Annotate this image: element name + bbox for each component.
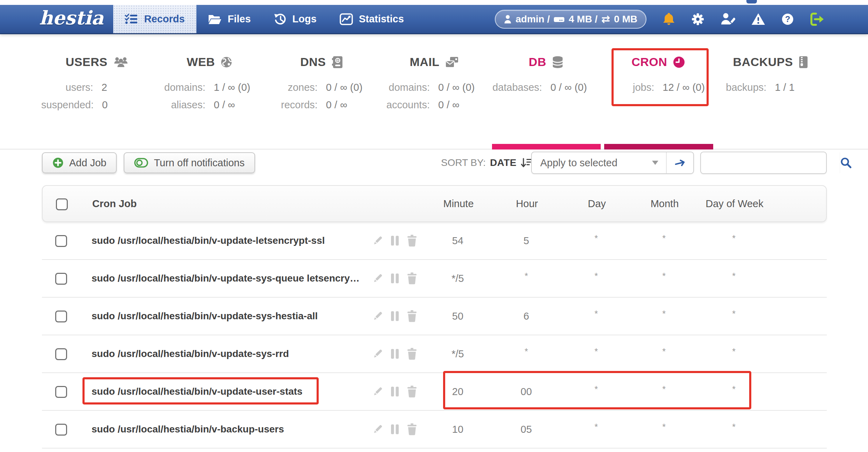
- folder-open-icon: [208, 14, 222, 25]
- tab-files[interactable]: Files: [196, 5, 262, 33]
- edit-icon[interactable]: [372, 424, 383, 435]
- circle-plus-icon: [52, 157, 64, 168]
- user-usage-pill[interactable]: admin / 4 MB / ⇄ 0 MB: [495, 10, 646, 29]
- stat-label: suspended:: [41, 96, 94, 114]
- settings-gear-icon[interactable]: [691, 13, 704, 26]
- turn-off-notifications-button[interactable]: Turn off notifications: [124, 152, 255, 173]
- column-header-job: Cron Job: [92, 186, 137, 221]
- notifications-bell-icon[interactable]: [663, 13, 675, 26]
- tab-label: Statistics: [359, 13, 404, 25]
- stat-web[interactable]: WEB domains:1 / ∞ (0) aliases:0 / ∞: [153, 34, 266, 114]
- apply-to-selected-dropdown[interactable]: Apply to selected: [531, 152, 694, 174]
- stat-dns[interactable]: DNS zones:0 / ∞ (0) records:0 / ∞: [266, 34, 378, 114]
- stat-users[interactable]: USERS users:2 suspended:0: [41, 34, 153, 114]
- row-checkbox[interactable]: [55, 348, 67, 360]
- delete-icon[interactable]: [406, 272, 418, 284]
- row-checkbox[interactable]: [55, 311, 67, 322]
- stat-db[interactable]: DB databases:0 / ∞ (0): [490, 34, 602, 114]
- row-checkbox[interactable]: [55, 386, 67, 398]
- row-checkbox[interactable]: [55, 235, 67, 247]
- table-row: sudo /usr/local/hestia/bin/v-update-sys-…: [42, 335, 827, 373]
- db-underline-bar: [492, 144, 601, 150]
- chevron-down-icon: [652, 161, 658, 165]
- delete-icon[interactable]: [406, 386, 418, 398]
- edit-icon[interactable]: [372, 348, 383, 359]
- minute-value: 54: [452, 222, 463, 259]
- bandwidth-icon: ⇄: [601, 13, 610, 25]
- stat-cron[interactable]: CRON jobs:12 / ∞ (0): [602, 34, 715, 114]
- edit-icon[interactable]: [372, 311, 383, 322]
- stat-value: 0 / ∞: [326, 96, 378, 114]
- tab-records[interactable]: Records: [113, 5, 196, 33]
- stat-label: backups:: [715, 79, 767, 96]
- stat-title: MAIL: [410, 55, 439, 69]
- stat-title: CRON: [631, 55, 667, 69]
- search-icon[interactable]: [840, 152, 852, 173]
- suspend-icon[interactable]: [390, 424, 399, 435]
- cron-job-list: sudo /usr/local/hestia/bin/v-update-lets…: [42, 222, 827, 449]
- sort-value: DATE: [490, 157, 516, 168]
- suspend-icon[interactable]: [390, 386, 399, 397]
- minute-value: */5: [451, 260, 464, 297]
- suspend-icon[interactable]: [390, 235, 399, 246]
- table-header: Cron Job Minute Hour Day Month Day of We…: [42, 185, 827, 222]
- table-row: sudo /usr/local/hestia/bin/v-update-sys-…: [42, 298, 827, 335]
- cron-command: sudo /usr/local/hestia/bin/v-update-lets…: [92, 222, 325, 259]
- day-value: *: [594, 298, 598, 335]
- user-edit-icon[interactable]: [721, 13, 735, 25]
- column-header-day: Day: [588, 186, 606, 221]
- user-icon: [504, 15, 512, 24]
- minute-value: */5: [451, 335, 464, 372]
- day-value: *: [594, 260, 598, 297]
- hour-value: *: [525, 335, 528, 372]
- stat-label: accounts:: [378, 96, 430, 114]
- delete-icon[interactable]: [406, 310, 418, 322]
- chart-line-icon: [340, 13, 353, 25]
- toggle-icon: [134, 158, 148, 168]
- row-checkbox[interactable]: [55, 273, 67, 285]
- file-zipper-icon: [798, 56, 808, 68]
- stat-value: 0 / ∞ (0): [550, 79, 602, 96]
- add-job-button[interactable]: Add Job: [42, 152, 117, 173]
- user-name: admin /: [515, 14, 550, 25]
- apply-arrow-button[interactable]: [667, 158, 693, 168]
- delete-icon[interactable]: [406, 423, 418, 435]
- warning-icon[interactable]: [751, 13, 765, 25]
- help-icon[interactable]: ?: [781, 13, 794, 25]
- day-of-week-value: *: [732, 335, 736, 372]
- stat-title: WEB: [187, 55, 215, 69]
- stat-label: jobs:: [602, 79, 654, 96]
- stat-backups[interactable]: BACKUPS backups:1 / 1: [715, 34, 827, 114]
- day-value: *: [594, 411, 598, 448]
- edit-icon[interactable]: [372, 386, 383, 397]
- select-all-checkbox[interactable]: [56, 198, 68, 210]
- suspend-icon[interactable]: [390, 273, 399, 284]
- search-input[interactable]: [701, 152, 840, 173]
- stat-value: 0 / ∞ (0): [326, 79, 378, 96]
- tab-logs[interactable]: Logs: [262, 5, 328, 33]
- column-header-day-of-week: Day of Week: [706, 186, 763, 221]
- tab-label: Files: [228, 13, 251, 25]
- address-book-icon: [332, 56, 343, 68]
- logout-icon[interactable]: [810, 13, 824, 26]
- stat-value: 0 / ∞ (0): [438, 79, 490, 96]
- edit-icon[interactable]: [372, 235, 383, 246]
- suspend-icon[interactable]: [390, 348, 399, 359]
- browser-strip: [0, 0, 868, 5]
- stat-title: USERS: [66, 55, 108, 69]
- month-value: *: [662, 411, 666, 448]
- stat-mail[interactable]: MAIL domains:0 / ∞ (0) accounts:0 / ∞: [378, 34, 490, 114]
- table-row-highlighted: sudo /usr/local/hestia/bin/v-update-user…: [42, 373, 827, 411]
- users-icon: [113, 57, 129, 68]
- column-header-month: Month: [651, 186, 679, 221]
- sort-control[interactable]: SORT BY: DATE: [441, 152, 533, 173]
- stat-label: users:: [41, 79, 93, 96]
- edit-icon[interactable]: [372, 273, 383, 284]
- stat-label: zones:: [266, 79, 318, 96]
- hour-value: 5: [523, 222, 529, 259]
- tab-statistics[interactable]: Statistics: [328, 5, 415, 33]
- delete-icon[interactable]: [406, 235, 418, 247]
- delete-icon[interactable]: [406, 348, 418, 360]
- suspend-icon[interactable]: [390, 311, 399, 322]
- row-checkbox[interactable]: [55, 424, 67, 436]
